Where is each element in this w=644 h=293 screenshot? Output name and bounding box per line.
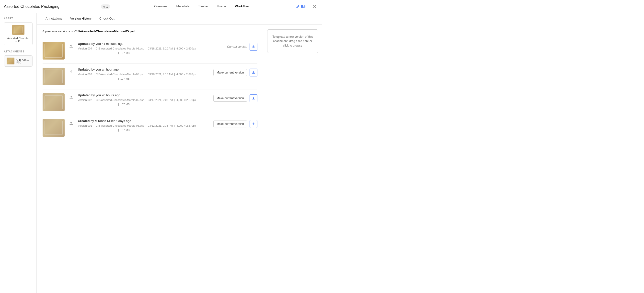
version-info-1: Updated by you an hour ago Version 003 |… xyxy=(78,68,210,81)
version-item: Updated by you 41 minutes ago Version 00… xyxy=(42,38,258,64)
version-item: Created by Miranda Miller 6 days ago Ver… xyxy=(42,115,258,141)
main-layout: ASSET Assorted Chocolates P... ATTACHMEN… xyxy=(0,13,322,293)
asset-card-label: Assorted Chocolates P... xyxy=(6,37,30,43)
tab-similar[interactable]: Similar xyxy=(194,0,213,13)
download-button-2[interactable] xyxy=(250,94,258,102)
asset-section-label: ASSET xyxy=(4,17,32,20)
asset-thumb-inner xyxy=(13,26,24,34)
app-header: Assorted Chocolates Packaging 1 Overview… xyxy=(0,0,322,13)
version-info-0: Updated by you 41 minutes ago Version 00… xyxy=(78,42,223,55)
header-nav: Overview Metadata Similar Usage Workflow xyxy=(150,0,254,13)
version-info-2: Updated by you 20 hours ago Version 002 … xyxy=(78,93,210,107)
tab-annotations[interactable]: Annotations xyxy=(42,13,66,24)
version-main: 4 previous versions of C B-Assorted-Choc… xyxy=(37,25,263,293)
version-meta-3: Version 001 | C B-Assorted-Chocolates-Ma… xyxy=(78,124,210,132)
version-actions-3: Make current version xyxy=(213,120,258,128)
version-actions-0: Current version xyxy=(227,43,258,51)
version-thumb-overlay xyxy=(42,93,64,111)
version-upload-area: To upload a new version of this attachme… xyxy=(263,25,322,293)
sidebar: ASSET Assorted Chocolates P... ATTACHMEN… xyxy=(0,13,37,293)
version-thumbnail-1 xyxy=(42,68,64,85)
version-badge: 1 xyxy=(101,5,110,9)
upload-icon-0 xyxy=(68,43,74,49)
upload-icon-1 xyxy=(68,69,74,75)
make-current-button-1[interactable]: Make current version xyxy=(213,69,247,76)
version-history-content: 4 previous versions of C B-Assorted-Choc… xyxy=(37,25,322,293)
make-current-button-2[interactable]: Make current version xyxy=(213,95,247,102)
version-actions-1: Make current version xyxy=(213,69,258,76)
content-area: Annotations Version History Check Out 4 … xyxy=(37,13,322,293)
tab-metadata[interactable]: Metadata xyxy=(172,0,194,13)
attachment-type: PSD xyxy=(16,61,30,64)
page-title: Assorted Chocolates Packaging xyxy=(4,5,60,9)
version-meta-2: Version 002 | C B-Assorted-Chocolates-Ma… xyxy=(78,98,210,107)
version-thumb-img-0 xyxy=(42,42,64,60)
upload-icon-3 xyxy=(68,121,74,126)
tab-workflow[interactable]: Workflow xyxy=(230,0,254,13)
make-current-button-3[interactable]: Make current version xyxy=(213,121,247,127)
download-button-0[interactable] xyxy=(250,43,258,51)
badge-dot xyxy=(103,6,105,8)
tab-overview[interactable]: Overview xyxy=(150,0,172,13)
attachment-item[interactable]: C B-Assorted-Chocola... PSD xyxy=(4,55,32,67)
version-count-text: 4 previous versions of C B-Assorted-Choc… xyxy=(42,29,258,33)
version-thumb-overlay xyxy=(42,68,64,85)
version-thumbnail-3 xyxy=(42,119,64,137)
version-action-title-3: Created by Miranda Miller 6 days ago xyxy=(78,119,210,123)
content-tabs: Annotations Version History Check Out xyxy=(37,13,322,25)
tab-check-out[interactable]: Check Out xyxy=(96,13,118,24)
upload-icon-2 xyxy=(68,95,74,100)
current-version-label: Current version xyxy=(227,45,247,49)
version-info-3: Created by Miranda Miller 6 days ago Ver… xyxy=(78,119,210,132)
version-action-title-2: Updated by you 20 hours ago xyxy=(78,93,210,97)
asset-thumbnail xyxy=(12,25,24,35)
download-button-3[interactable] xyxy=(250,120,258,128)
versions-list: Updated by you 41 minutes ago Version 00… xyxy=(42,38,258,141)
attachment-thumbnail xyxy=(6,58,14,65)
attachment-info: C B-Assorted-Chocola... PSD xyxy=(16,58,30,64)
download-button-1[interactable] xyxy=(250,69,258,76)
version-meta-1: Version 003 | C B-Assorted-Chocolates-Ma… xyxy=(78,72,210,81)
close-button[interactable]: ✕ xyxy=(311,3,318,10)
version-action-title-0: Updated by you 41 minutes ago xyxy=(78,42,223,46)
version-item: Updated by you 20 hours ago Version 002 … xyxy=(42,89,258,115)
version-thumbnail-2 xyxy=(42,93,64,111)
attachment-name: C B-Assorted-Chocola... xyxy=(16,58,30,61)
version-thumb-overlay xyxy=(42,119,64,137)
version-item: Updated by you an hour ago Version 003 |… xyxy=(42,64,258,89)
attachments-label: ATTACHMENTS xyxy=(4,50,32,53)
version-action-title-1: Updated by you an hour ago xyxy=(78,68,210,71)
asset-card[interactable]: Assorted Chocolates P... xyxy=(4,22,32,45)
tab-usage[interactable]: Usage xyxy=(212,0,230,13)
badge-count: 1 xyxy=(106,5,108,8)
edit-icon xyxy=(296,5,300,8)
version-thumbnail-0 xyxy=(42,42,64,60)
edit-button[interactable]: Edit xyxy=(293,5,309,8)
attachments-section: ATTACHMENTS C B-Assorted-Chocola... PSD xyxy=(4,50,32,67)
upload-drop-zone[interactable]: To upload a new version of this attachme… xyxy=(267,29,318,53)
tab-version-history[interactable]: Version History xyxy=(66,13,96,24)
version-actions-2: Make current version xyxy=(213,94,258,102)
version-meta-0: Version 004 | C B-Assorted-Chocolates-Ma… xyxy=(78,47,223,55)
